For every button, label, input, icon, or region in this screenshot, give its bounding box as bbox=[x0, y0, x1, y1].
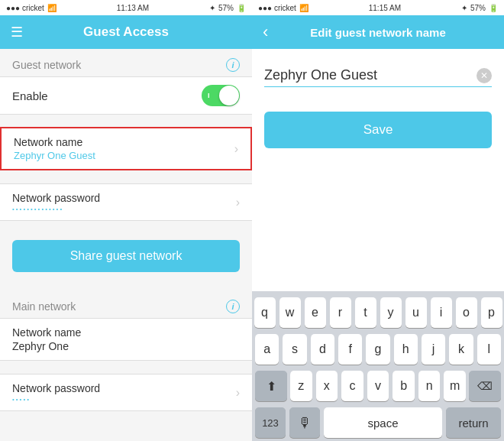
keyboard-row-1: q w e r t y u i o p bbox=[255, 297, 501, 328]
left-carrier: ●●● cricket bbox=[6, 4, 44, 12]
shift-key[interactable]: ⬆ bbox=[255, 371, 287, 401]
key-k[interactable]: k bbox=[449, 334, 473, 365]
left-header-title: Guest Access bbox=[83, 24, 169, 40]
main-password-chevron: › bbox=[236, 386, 240, 400]
guest-network-info-icon[interactable]: i bbox=[226, 58, 240, 72]
key-e[interactable]: e bbox=[305, 297, 326, 328]
menu-icon[interactable]: ☰ bbox=[11, 25, 23, 39]
key-s[interactable]: s bbox=[283, 334, 306, 365]
right-phone-panel: ●●● cricket 📶 11:15 AM ✦ 57% 🔋 ‹ Edit gu… bbox=[252, 0, 504, 441]
left-content: Guest network i Enable I Network name Ze… bbox=[0, 49, 252, 441]
main-password-dots: ••••• bbox=[12, 396, 236, 403]
share-guest-network-button[interactable]: Share guest network bbox=[12, 240, 240, 272]
main-network-name-title: Network name bbox=[12, 326, 240, 339]
left-battery-icon: 🔋 bbox=[237, 4, 246, 12]
main-network-name-row: Network name Zephyr One bbox=[0, 318, 252, 361]
right-battery-icon: 🔋 bbox=[489, 4, 498, 12]
microphone-key[interactable]: 🎙 bbox=[289, 407, 320, 438]
keyboard-row-2: a s d f g h j k l bbox=[255, 334, 501, 365]
back-icon[interactable]: ‹ bbox=[263, 24, 268, 41]
main-network-section-header: Main network i bbox=[0, 290, 252, 318]
left-phone-panel: ●●● cricket 📶 11:13 AM ✦ 57% 🔋 ☰ Guest A… bbox=[0, 0, 252, 441]
return-key[interactable]: return bbox=[446, 407, 501, 438]
key-x[interactable]: x bbox=[316, 371, 338, 401]
keyboard-row-3: ⬆ z x c v b n m ⌫ bbox=[255, 371, 501, 401]
key-u[interactable]: u bbox=[405, 297, 427, 328]
main-network-info-icon[interactable]: i bbox=[226, 300, 240, 313]
left-status-bar: ●●● cricket 📶 11:13 AM ✦ 57% 🔋 bbox=[0, 0, 252, 15]
spacer5 bbox=[0, 362, 252, 374]
network-password-chevron: › bbox=[236, 196, 240, 209]
key-c[interactable]: c bbox=[341, 371, 363, 401]
network-name-title: Network name bbox=[14, 136, 234, 148]
key-h[interactable]: h bbox=[394, 334, 418, 365]
main-password-title: Network password bbox=[12, 382, 236, 394]
key-j[interactable]: j bbox=[422, 334, 445, 365]
space-key[interactable]: space bbox=[324, 407, 442, 438]
network-name-value: Zephyr One Guest bbox=[14, 150, 234, 161]
enable-toggle[interactable]: I bbox=[202, 85, 240, 106]
clear-icon[interactable]: ✕ bbox=[477, 68, 492, 83]
key-q[interactable]: q bbox=[254, 297, 276, 328]
spacer2 bbox=[0, 171, 252, 183]
key-v[interactable]: v bbox=[367, 371, 389, 401]
delete-key[interactable]: ⌫ bbox=[469, 371, 501, 401]
enable-label: Enable bbox=[12, 89, 48, 102]
spacer3 bbox=[0, 222, 252, 234]
keyboard: q w e r t y u i o p a s d f g h j k l ⬆ … bbox=[252, 291, 504, 441]
network-name-input[interactable] bbox=[264, 67, 477, 83]
left-wifi-icon: 📶 bbox=[47, 4, 57, 12]
key-n[interactable]: n bbox=[418, 371, 441, 401]
key-123[interactable]: 123 bbox=[255, 407, 286, 438]
right-bluetooth-icon: ✦ bbox=[461, 4, 467, 12]
key-w[interactable]: w bbox=[279, 297, 301, 328]
main-network-label: Main network bbox=[12, 300, 76, 313]
network-password-dots: •••••••••••••• bbox=[12, 206, 236, 212]
network-password-title: Network password bbox=[12, 192, 236, 204]
right-wifi-icon: 📶 bbox=[299, 4, 309, 12]
network-password-row[interactable]: Network password •••••••••••••• › bbox=[0, 183, 252, 221]
left-header: ☰ Guest Access bbox=[0, 15, 252, 49]
key-y[interactable]: y bbox=[380, 297, 402, 328]
left-battery: 57% bbox=[218, 4, 234, 12]
key-g[interactable]: g bbox=[366, 334, 389, 365]
key-i[interactable]: i bbox=[431, 297, 452, 328]
right-time: 11:15 AM bbox=[369, 4, 401, 12]
edit-input-row: ✕ bbox=[264, 67, 492, 87]
key-d[interactable]: d bbox=[311, 334, 334, 365]
left-bluetooth-icon: ✦ bbox=[209, 4, 215, 12]
key-t[interactable]: t bbox=[355, 297, 376, 328]
key-z[interactable]: z bbox=[290, 371, 312, 401]
key-p[interactable]: p bbox=[481, 297, 502, 328]
spacer4 bbox=[0, 278, 252, 290]
guest-network-label: Guest network bbox=[12, 59, 81, 71]
key-b[interactable]: b bbox=[393, 371, 415, 401]
key-o[interactable]: o bbox=[456, 297, 477, 328]
key-a[interactable]: a bbox=[255, 334, 279, 365]
right-header-title: Edit guest network name bbox=[310, 26, 446, 39]
edit-area: ✕ Save bbox=[252, 49, 504, 291]
key-f[interactable]: f bbox=[338, 334, 362, 365]
key-l[interactable]: l bbox=[477, 334, 501, 365]
key-m[interactable]: m bbox=[444, 371, 466, 401]
guest-network-section-header: Guest network i bbox=[0, 49, 252, 76]
toggle-knob bbox=[219, 86, 239, 105]
right-header: ‹ Edit guest network name bbox=[252, 15, 504, 49]
right-status-bar: ●●● cricket 📶 11:15 AM ✦ 57% 🔋 bbox=[252, 0, 504, 15]
save-button[interactable]: Save bbox=[264, 112, 492, 148]
main-password-row[interactable]: Network password ••••• › bbox=[0, 374, 252, 411]
right-carrier: ●●● cricket bbox=[258, 4, 296, 12]
main-network-name-value: Zephyr One bbox=[12, 340, 240, 352]
left-time: 11:13 AM bbox=[117, 4, 149, 12]
spacer1 bbox=[0, 115, 252, 127]
key-r[interactable]: r bbox=[330, 297, 351, 328]
right-battery: 57% bbox=[470, 4, 486, 12]
network-name-chevron: › bbox=[234, 142, 238, 156]
enable-row: Enable I bbox=[0, 76, 252, 115]
keyboard-bottom-row: 123 🎙 space return bbox=[255, 407, 501, 438]
network-name-row[interactable]: Network name Zephyr One Guest › bbox=[0, 127, 252, 170]
